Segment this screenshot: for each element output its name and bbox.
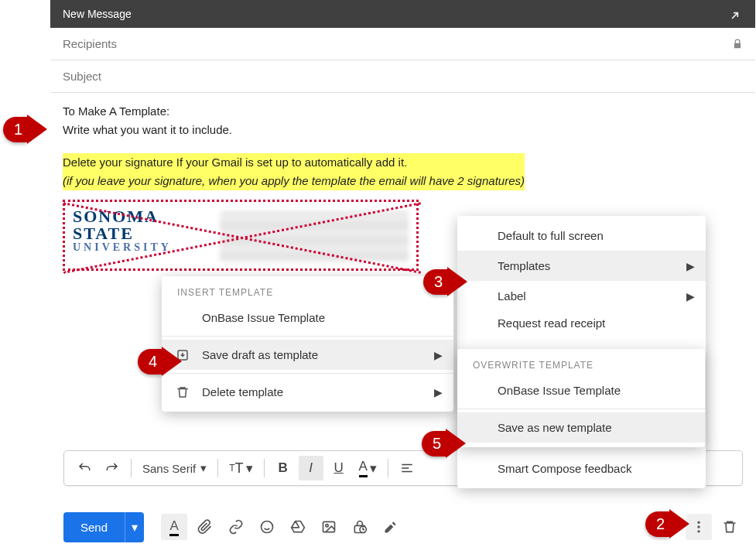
highlight-line-italic: (if you leave your signature, when you a… [63, 172, 525, 190]
font-family-label: Sans Serif [142, 462, 196, 475]
callout-4: 4 [138, 347, 182, 376]
recipients-field[interactable] [50, 28, 755, 60]
separator [264, 459, 265, 477]
separator [131, 459, 132, 477]
font-size-button[interactable]: TT▾ [224, 456, 257, 480]
menu-item-delete-template[interactable]: Delete template ▶ [162, 377, 453, 407]
menu-item-default-fullscreen[interactable]: Default to full screen [457, 221, 706, 251]
subject-field[interactable] [50, 60, 755, 93]
menu-item-save-as-new-template[interactable]: Save as new template [457, 412, 705, 443]
menu-item-smart-compose-feedback[interactable]: Smart Compose feedback [457, 453, 706, 484]
chevron-right-icon: ▶ [686, 260, 695, 272]
body-line: Write what you want it to include. [63, 121, 743, 139]
confidential-mode-button[interactable] [347, 514, 373, 540]
menu-item-onbase-template[interactable]: OnBase Issue Template [162, 303, 453, 333]
italic-button[interactable]: I [299, 456, 323, 480]
compose-title: New Message [63, 8, 132, 20]
overwrite-template-submenu: OVERWRITE TEMPLATE OnBase Issue Template… [457, 349, 705, 447]
font-family-select[interactable]: Sans Serif ▾ [138, 461, 211, 475]
signature-deleted-box: SONOMA STATE UNIVERSITY [63, 200, 419, 271]
insert-signature-button[interactable] [378, 514, 404, 540]
insert-emoji-button[interactable] [254, 514, 280, 540]
compose-header: New Message [50, 0, 755, 28]
expand-icon[interactable] [730, 8, 743, 20]
underline-button[interactable]: U [327, 456, 351, 480]
separator [388, 459, 388, 477]
highlighted-note: Delete your signature If your Gmail is s… [63, 153, 525, 190]
chevron-down-icon: ▾ [200, 461, 207, 475]
svg-point-5 [697, 522, 700, 524]
send-button[interactable]: Send [63, 512, 125, 542]
insert-photo-button[interactable] [316, 514, 342, 540]
chevron-right-icon: ▶ [434, 386, 443, 398]
align-button[interactable] [395, 456, 419, 480]
highlight-line: Delete your signature If your Gmail is s… [63, 153, 525, 172]
submenu-heading-insert: INSERT TEMPLATE [162, 281, 453, 303]
submenu-heading-overwrite: OVERWRITE TEMPLATE [457, 354, 705, 375]
callout-3: 3 [423, 267, 467, 296]
callout-5: 5 [422, 429, 466, 458]
separator [217, 459, 218, 477]
callout-1: 1 [3, 115, 47, 144]
svg-point-0 [262, 522, 273, 533]
formatting-options-button[interactable]: A [161, 514, 187, 540]
svg-point-7 [697, 530, 700, 532]
bold-button[interactable]: B [271, 456, 296, 480]
svg-point-2 [326, 525, 328, 527]
svg-point-6 [697, 525, 700, 528]
subject-input[interactable] [63, 70, 743, 83]
undo-button[interactable] [72, 456, 97, 480]
insert-drive-button[interactable] [285, 514, 311, 540]
menu-item-label[interactable]: Label ▶ [457, 281, 706, 311]
chevron-right-icon: ▶ [686, 290, 695, 303]
text-color-button[interactable]: A▾ [354, 456, 381, 480]
lock-icon [732, 39, 743, 50]
send-options-dropdown[interactable]: ▾ [125, 512, 144, 542]
trash-icon [176, 385, 190, 399]
attach-file-button[interactable] [192, 514, 218, 540]
insert-link-button[interactable] [223, 514, 249, 540]
chevron-right-icon: ▶ [434, 349, 443, 361]
recipients-input[interactable] [63, 37, 732, 50]
menu-item-save-draft-as-template[interactable]: Save draft as template ▶ [162, 340, 453, 370]
menu-item-read-receipt[interactable]: Request read receipt [457, 311, 706, 334]
body-line: To Make A Template: [63, 102, 743, 121]
menu-item-templates[interactable]: Templates ▶ [457, 251, 706, 281]
bottom-toolbar: Send ▾ A [63, 508, 743, 546]
templates-submenu: INSERT TEMPLATE OnBase Issue Template Sa… [162, 276, 453, 412]
redo-button[interactable] [100, 456, 125, 480]
discard-draft-button[interactable] [717, 514, 743, 540]
callout-2: 2 [645, 509, 689, 539]
menu-item-overwrite-onbase[interactable]: OnBase Issue Template [457, 375, 705, 405]
